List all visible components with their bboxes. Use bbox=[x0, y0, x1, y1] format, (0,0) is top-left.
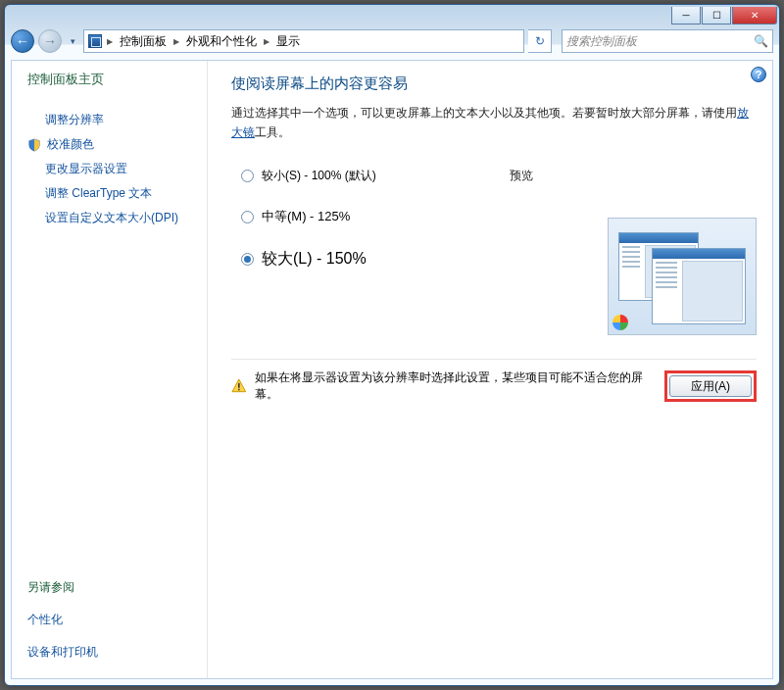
control-panel-icon bbox=[88, 34, 102, 48]
nav-forward-button[interactable]: → bbox=[38, 29, 62, 53]
warning-bar: 如果在将显示器设置为该分辨率时选择此设置，某些项目可能不适合您的屏幕。 应用(A… bbox=[231, 359, 757, 403]
radio-icon-selected bbox=[241, 253, 254, 266]
sidebar-item-label: 调整分辨率 bbox=[45, 112, 104, 128]
search-input[interactable]: 搜索控制面板 🔍 bbox=[562, 29, 773, 53]
see-also-personalization[interactable]: 个性化 bbox=[27, 612, 197, 628]
address-bar: ← → ▾ ▶ 控制面板 ▶ 外观和个性化 ▶ 显示 ↻ 搜索控制面板 🔍 bbox=[5, 26, 779, 56]
sidebar-item-label: 个性化 bbox=[27, 612, 63, 628]
radio-option-larger[interactable]: 较大(L) - 150% bbox=[241, 249, 476, 270]
sidebar: 控制面板主页 调整分辨率 校准颜色 更改显示器设置 bbox=[12, 61, 208, 678]
desc-text: 工具。 bbox=[255, 125, 290, 139]
breadcrumb-segment[interactable]: 控制面板 bbox=[118, 31, 169, 52]
windows-logo-icon bbox=[612, 315, 628, 330]
chevron-right-icon: ▶ bbox=[104, 37, 116, 46]
sidebar-item-custom-dpi[interactable]: 设置自定义文本大小(DPI) bbox=[27, 210, 197, 226]
radio-icon bbox=[241, 211, 254, 223]
maximize-button[interactable]: ☐ bbox=[702, 7, 731, 25]
shield-icon bbox=[27, 138, 41, 152]
radio-label: 中等(M) - 125% bbox=[262, 208, 350, 225]
apply-highlight: 应用(A) bbox=[664, 370, 757, 402]
preview-label: 预览 bbox=[510, 168, 757, 184]
sidebar-item-label: 更改显示器设置 bbox=[45, 161, 127, 177]
nav-back-button[interactable]: ← bbox=[11, 29, 34, 53]
window-frame: ─ ☐ ✕ ← → ▾ ▶ 控制面板 ▶ 外观和个性化 ▶ 显示 ↻ 搜索控制面… bbox=[4, 4, 780, 686]
search-icon: 🔍 bbox=[754, 34, 768, 48]
warning-text: 如果在将显示器设置为该分辨率时选择此设置，某些项目可能不适合您的屏幕。 bbox=[255, 370, 657, 403]
svg-rect-1 bbox=[238, 389, 240, 391]
radio-option-smaller[interactable]: 较小(S) - 100% (默认) bbox=[241, 168, 476, 184]
desc-text: 通过选择其中一个选项，可以更改屏幕上的文本大小以及其他项。若要暂时放大部分屏幕，… bbox=[231, 106, 737, 120]
svg-rect-0 bbox=[238, 383, 240, 388]
breadcrumb[interactable]: ▶ 控制面板 ▶ 外观和个性化 ▶ 显示 bbox=[83, 29, 524, 53]
sidebar-item-display-settings[interactable]: 更改显示器设置 bbox=[27, 161, 197, 177]
sidebar-item-label: 调整 ClearType 文本 bbox=[45, 185, 152, 202]
warning-icon bbox=[231, 378, 247, 394]
radio-icon bbox=[241, 170, 254, 182]
page-description: 通过选择其中一个选项，可以更改屏幕上的文本大小以及其他项。若要暂时放大部分屏幕，… bbox=[231, 103, 757, 142]
breadcrumb-segment[interactable]: 显示 bbox=[274, 31, 302, 52]
minimize-button[interactable]: ─ bbox=[671, 7, 701, 25]
preview-image bbox=[608, 218, 757, 335]
sidebar-item-calibrate-color[interactable]: 校准颜色 bbox=[27, 136, 197, 153]
radio-label: 较小(S) - 100% (默认) bbox=[262, 168, 376, 184]
see-also-heading: 另请参阅 bbox=[27, 579, 197, 596]
sidebar-item-cleartype[interactable]: 调整 ClearType 文本 bbox=[27, 185, 197, 202]
nav-history-dropdown[interactable]: ▾ bbox=[66, 36, 79, 46]
content-area: 控制面板主页 调整分辨率 校准颜色 更改显示器设置 bbox=[11, 60, 773, 679]
sidebar-item-label: 设置自定义文本大小(DPI) bbox=[45, 210, 178, 226]
options-area: 较小(S) - 100% (默认) 中等(M) - 125% 较大(L) - 1… bbox=[231, 168, 757, 335]
sidebar-links: 调整分辨率 校准颜色 更改显示器设置 调整 ClearType 文本 bbox=[27, 104, 197, 234]
see-also-devices-printers[interactable]: 设备和打印机 bbox=[27, 644, 197, 661]
sidebar-item-label: 校准颜色 bbox=[47, 136, 94, 153]
close-button[interactable]: ✕ bbox=[732, 7, 777, 25]
radio-option-medium[interactable]: 中等(M) - 125% bbox=[241, 208, 476, 225]
refresh-button[interactable]: ↻ bbox=[528, 29, 552, 53]
help-icon[interactable]: ? bbox=[751, 67, 766, 82]
page-title: 使阅读屏幕上的内容更容易 bbox=[231, 74, 757, 93]
chevron-right-icon: ▶ bbox=[261, 37, 272, 46]
radio-group-size: 较小(S) - 100% (默认) 中等(M) - 125% 较大(L) - 1… bbox=[241, 168, 476, 335]
radio-label: 较大(L) - 150% bbox=[262, 249, 367, 270]
search-placeholder: 搜索控制面板 bbox=[566, 33, 637, 50]
preview-column: 预览 bbox=[504, 168, 757, 335]
sidebar-item-label: 设备和打印机 bbox=[27, 644, 98, 661]
titlebar: ─ ☐ ✕ bbox=[5, 5, 779, 26]
main-panel: ? 使阅读屏幕上的内容更容易 通过选择其中一个选项，可以更改屏幕上的文本大小以及… bbox=[208, 61, 772, 678]
chevron-right-icon: ▶ bbox=[171, 37, 182, 46]
sidebar-item-resolution[interactable]: 调整分辨率 bbox=[27, 112, 197, 128]
apply-button[interactable]: 应用(A) bbox=[669, 375, 752, 397]
breadcrumb-segment[interactable]: 外观和个性化 bbox=[184, 31, 259, 52]
control-panel-home-link[interactable]: 控制面板主页 bbox=[27, 71, 197, 88]
